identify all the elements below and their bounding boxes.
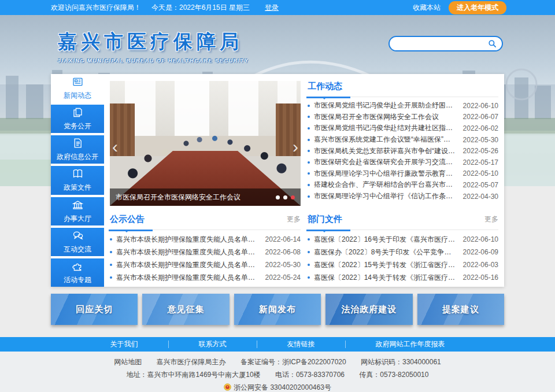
icp-text: 备案证编号：浙ICP备2022007020 [240,358,346,366]
footer-line-2: 地址：嘉兴市中环南路1469号中南大厦10楼 电话：0573-83370706 … [0,368,555,381]
news-date: 2022-06-09 [463,248,498,256]
book-icon [72,168,84,180]
sidebar-item-service-hall[interactable]: 办事大厅 [51,197,104,225]
carousel-photo-detail [110,81,301,206]
news-link[interactable]: 嘉医保〔2022〕14号关于转发《浙江省医疗保... [314,273,457,283]
banner-proposals[interactable]: 提案建议 [417,294,504,325]
footer-nav: 关于我们 联系方式 友情链接 政府网站工作年度报表 [0,337,555,352]
news-link[interactable]: 市医保局党组书记冯俊华赴结对共建社区指导全国文... [314,123,457,133]
notices-more-link[interactable]: 更多 [287,215,301,224]
news-link[interactable]: 市医保局党组书记冯俊华赴企开展助企纾困活动 [314,101,457,110]
dept-docs-list: 嘉医保〔2022〕16号关于印发《嘉兴市医疗保... 2022-06-10 嘉医… [308,233,498,284]
sidebar-item-label: 政府信息公开 [57,152,98,162]
list-item: 市医保局党组书记冯俊华赴企开展助企纾困活动 2022-06-10 [308,100,498,112]
list-item: 嘉医保〔2022〕15号关于转发《浙江省医疗保... 2022-06-03 [308,258,498,271]
elder-mode-button[interactable]: 进入老年模式 [449,1,506,14]
news-date: 2022-06-10 [463,235,498,243]
bullet-icon [308,150,310,152]
sitemap-link[interactable]: 网站地图 [114,358,142,366]
sidebar-item-party-affairs[interactable]: 党务公开 [51,105,104,133]
sidebar-item-interaction[interactable]: 互动交流 [51,228,104,256]
news-link[interactable]: 嘉医保〔2022〕15号关于转发《浙江省医疗保... [314,260,457,270]
puzzle-icon [72,260,84,272]
news-link[interactable]: 嘉兴市本级长期护理保险重度失能人员名单公示（2... [116,235,260,245]
carousel-caption[interactable]: 市医保局召开全市医保网络安全工作会议 [116,193,271,202]
banner-news-release[interactable]: 新闻发布 [234,294,321,325]
news-link[interactable]: 市医保局理论学习中心组举行《信访工作条例》专题... [314,191,457,201]
document-icon [72,137,84,149]
section-work-news: 工作动态 市医保局党组书记冯俊华赴企开展助企纾困活动 2022-06-10 市医 [308,81,498,206]
news-carousel[interactable]: ‹ › 市医保局召开全市医保网络安全工作会议 [110,81,301,206]
main-content-card: 新闻动态 党务公开 政府信息公开 政策文件 办事大厅 [51,74,504,287]
list-item: 市医保局理论学习中心组举行《信访工作条例》专题... 2022-04-30 [308,191,498,202]
news-date: 2022-06-10 [463,102,498,110]
news-date: 2022-06-14 [265,235,301,243]
news-link[interactable]: 市医保局理论学习中心组举行廉政警示教育专题学习... [314,169,457,179]
carousel-dot[interactable] [283,195,287,199]
news-link[interactable]: 市医保局召开全市医保网络安全工作会议 [314,112,457,122]
sidebar-item-news[interactable]: 新闻动态 [51,74,104,102]
favorite-site-link[interactable]: 收藏本站 [413,3,441,13]
list-item: 搭建校企合作、产学研相结合的平台嘉兴市长期护理... 2022-05-07 [308,179,498,191]
section-notices: 公示公告 更多 嘉兴市本级长期护理保险重度失能人员名单公示（2... 2022-… [110,214,301,284]
sidebar-item-policy-docs[interactable]: 政策文件 [51,166,104,194]
news-link[interactable]: 嘉兴市本级长期护理保险重度失能人员名单公示（2... [116,247,260,257]
news-date: 2022-05-17 [463,158,498,167]
news-link[interactable]: 嘉医保〔2022〕16号关于印发《嘉兴市医疗保... [314,235,457,245]
news-date: 2022-05-24 [265,273,301,282]
news-date: 2022-05-07 [463,181,498,189]
footer-info: 网站地图 嘉兴市医疗保障局主办 备案证编号：浙ICP备2022007020 网站… [0,352,555,392]
footer-link-about[interactable]: 关于我们 [80,341,169,348]
copy-docs-icon [72,106,84,119]
carousel-dot[interactable] [276,195,280,199]
search-box[interactable] [388,36,503,51]
news-date: 2022-04-30 [463,193,498,201]
news-link[interactable]: 嘉兴市本级长期护理保险重度失能人员名单公示（2... [116,260,260,270]
chat-icon [72,230,84,242]
sidebar-item-label: 党务公开 [64,121,91,131]
banner-respond-concerns[interactable]: 回应关切 [51,294,138,325]
bullet-icon [308,276,310,279]
banner-opinion-collection[interactable]: 意见征集 [142,294,229,325]
today-date-text: 今天是：2022年6月15日 星期三 [151,3,250,13]
police-record-text: 浙公网安备 33040202000463号 [234,383,331,391]
news-date: 2022-05-30 [265,261,301,269]
login-link[interactable]: 登录 [265,3,279,13]
sidebar-item-gov-info[interactable]: 政府信息公开 [51,135,104,164]
news-link[interactable]: 市医保局机关党总支部获评嘉兴市争创“建设清廉机... [314,146,457,156]
sidebar-item-label: 政策文件 [64,183,91,193]
news-link[interactable]: 嘉兴市医保系统党建工作会议暨“幸福医保”党建联... [314,135,457,145]
sidebar-item-special-topics[interactable]: 活动专题 [51,258,104,287]
content-area: ‹ › 市医保局召开全市医保网络安全工作会议 公示公告 更多 [104,74,504,287]
police-badge-icon [224,383,231,391]
list-item: 嘉医保〔2022〕14号关于转发《浙江省医疗保... 2022-05-16 [308,271,498,284]
work-news-list: 市医保局党组书记冯俊华赴企开展助企纾困活动 2022-06-10 市医保局召开全… [308,100,498,202]
carousel-dot-active[interactable] [291,195,295,199]
banner-rule-of-law[interactable]: 法治政府建设 [325,294,412,325]
search-input[interactable] [395,40,488,48]
bullet-icon [110,251,112,253]
carousel-prev-icon[interactable]: ‹ [112,138,118,156]
news-link[interactable]: 嘉兴市本级长期护理保险重度失能人员名单公示（2... [116,273,260,283]
sidebar-item-label: 新闻动态 [64,91,91,101]
news-link[interactable]: 嘉医保办〔2022〕8号关于印发《公平竞争审查... [314,247,457,257]
phone-text: 电话：0573-83370706 [275,371,345,379]
footer-link-annual-report[interactable]: 政府网站工作年度报表 [346,341,475,348]
sidebar-item-label: 办事大厅 [64,214,91,224]
list-item: 市医保研究会赴省医保研究会开展学习交流活动 2022-05-17 [308,157,498,168]
bank-icon [72,199,84,211]
bullet-icon [308,127,310,130]
site-brand: 嘉兴市医疗保障局 JIAXING MUNICIPAL BUREAU OF HEA… [58,29,249,64]
footer-link-friend-links[interactable]: 友情链接 [257,341,346,348]
welcome-text: 欢迎访问嘉兴市医疗保障局！ [51,3,141,13]
dept-docs-more-link[interactable]: 更多 [484,215,498,224]
bullet-icon [110,264,112,266]
bullet-icon [308,264,310,266]
footer-link-contact[interactable]: 联系方式 [169,341,257,348]
search-icon[interactable] [488,39,497,48]
news-link[interactable]: 市医保研究会赴省医保研究会开展学习交流活动 [314,157,457,167]
list-item: 嘉医保办〔2022〕8号关于印发《公平竞争审查... 2022-06-09 [308,246,498,258]
news-link[interactable]: 搭建校企合作、产学研相结合的平台嘉兴市长期护理... [314,180,457,190]
organizer-text: 嘉兴市医疗保障局主办 [157,358,226,366]
carousel-next-icon[interactable]: › [293,138,298,156]
